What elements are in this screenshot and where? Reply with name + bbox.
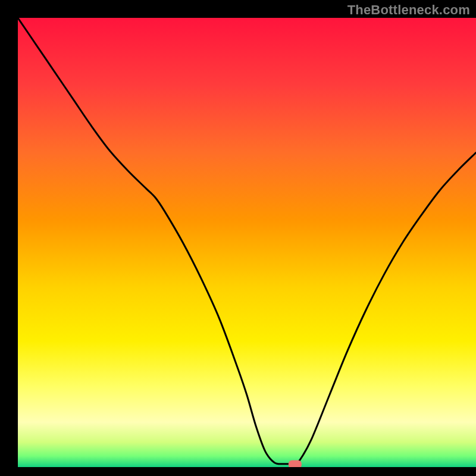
gradient-background [18,18,476,467]
chart-container: TheBottleneck.com [0,0,476,476]
optimal-point-marker [289,460,302,467]
plot-area [18,18,476,467]
watermark-text: TheBottleneck.com [347,2,470,18]
plot-svg [18,18,476,467]
